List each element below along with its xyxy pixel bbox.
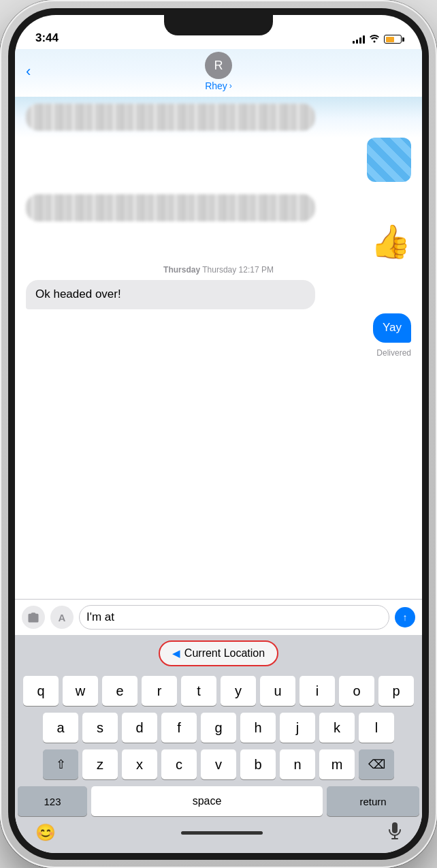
keyboard-row-3: ⇧ z x c v b n m ⌫ — [18, 749, 419, 779]
shift-key[interactable]: ⇧ — [43, 749, 78, 779]
space-key[interactable]: space — [91, 786, 323, 816]
key-j[interactable]: j — [280, 713, 315, 743]
signal-bars-icon — [353, 35, 365, 44]
nav-header: ‹ R Rhey › — [15, 49, 422, 97]
status-icons — [353, 33, 402, 45]
keyboard-row-1: q w e r t y u i o p — [18, 676, 419, 706]
messages-area: 👍 Thursday Thursday 12:17 PM Ok headed o… — [15, 97, 422, 599]
notch — [164, 15, 273, 35]
received-message: Ok headed over! — [26, 280, 315, 309]
wifi-icon — [369, 33, 380, 45]
suggestion-bar: ◀ Current Location — [15, 635, 422, 672]
sent-message: Yay — [373, 313, 411, 343]
emoji-button[interactable]: 😊 — [35, 823, 56, 842]
status-time: 3:44 — [35, 31, 59, 45]
phone-inner: 3:44 — [8, 8, 429, 860]
sent-image — [367, 138, 411, 182]
send-button[interactable]: ↑ — [395, 607, 415, 627]
key-l[interactable]: l — [359, 713, 394, 743]
back-button[interactable]: ‹ — [26, 63, 31, 80]
delete-key[interactable]: ⌫ — [359, 749, 394, 779]
contact-avatar[interactable]: R — [205, 52, 232, 79]
key-h[interactable]: h — [240, 713, 276, 743]
phone-frame: 3:44 — [0, 0, 437, 868]
key-t[interactable]: t — [181, 676, 216, 706]
messages-list: 👍 Thursday Thursday 12:17 PM Ok headed o… — [15, 97, 422, 370]
key-s[interactable]: s — [82, 713, 118, 743]
delivered-status: Delivered — [376, 348, 411, 358]
key-q[interactable]: q — [23, 676, 59, 706]
key-a[interactable]: a — [43, 713, 78, 743]
send-icon: ↑ — [403, 612, 408, 623]
bottom-bar: 😊 — [15, 819, 422, 853]
home-indicator[interactable] — [181, 831, 263, 835]
svg-rect-0 — [392, 822, 398, 833]
keyboard-row-4: 123 space return — [18, 786, 419, 816]
message-input[interactable]: I'm at — [79, 605, 389, 630]
key-w[interactable]: w — [63, 676, 98, 706]
battery-fill — [386, 37, 395, 42]
key-o[interactable]: o — [339, 676, 374, 706]
blurred-message-1 — [26, 104, 315, 131]
key-m[interactable]: m — [319, 749, 355, 779]
key-v[interactable]: v — [201, 749, 236, 779]
key-e[interactable]: e — [102, 676, 137, 706]
key-y[interactable]: y — [221, 676, 256, 706]
key-x[interactable]: x — [122, 749, 157, 779]
key-c[interactable]: c — [161, 749, 197, 779]
mic-button[interactable] — [388, 822, 402, 843]
message-timestamp: Thursday Thursday 12:17 PM — [26, 265, 411, 275]
input-text: I'm at — [86, 610, 114, 624]
key-f[interactable]: f — [161, 713, 197, 743]
numbers-key[interactable]: 123 — [18, 786, 87, 816]
screen: 3:44 — [15, 15, 422, 853]
contact-name[interactable]: Rhey › — [205, 80, 232, 91]
key-g[interactable]: g — [201, 713, 236, 743]
keyboard-row-2: a s d f g h j k l — [18, 713, 419, 743]
keyboard: q w e r t y u i o p a s — [15, 672, 422, 819]
key-z[interactable]: z — [82, 749, 118, 779]
return-key[interactable]: return — [327, 786, 419, 816]
blurred-message-2 — [26, 194, 315, 221]
key-n[interactable]: n — [280, 749, 315, 779]
current-location-label: Current Location — [184, 647, 265, 660]
key-r[interactable]: r — [142, 676, 177, 706]
current-location-button[interactable]: ◀ Current Location — [159, 640, 278, 666]
key-b[interactable]: b — [240, 749, 276, 779]
input-area: A I'm at ↑ — [15, 599, 422, 635]
key-d[interactable]: d — [122, 713, 157, 743]
contact-info: R Rhey › — [205, 52, 232, 91]
camera-button[interactable] — [22, 606, 45, 629]
thumbs-up-emoji: 👍 — [26, 226, 411, 258]
battery-icon — [384, 35, 402, 44]
key-p[interactable]: p — [378, 676, 414, 706]
key-k[interactable]: k — [319, 713, 355, 743]
location-arrow-icon: ◀ — [172, 647, 180, 660]
key-u[interactable]: u — [260, 676, 295, 706]
apps-button[interactable]: A — [50, 606, 74, 629]
key-i[interactable]: i — [300, 676, 335, 706]
